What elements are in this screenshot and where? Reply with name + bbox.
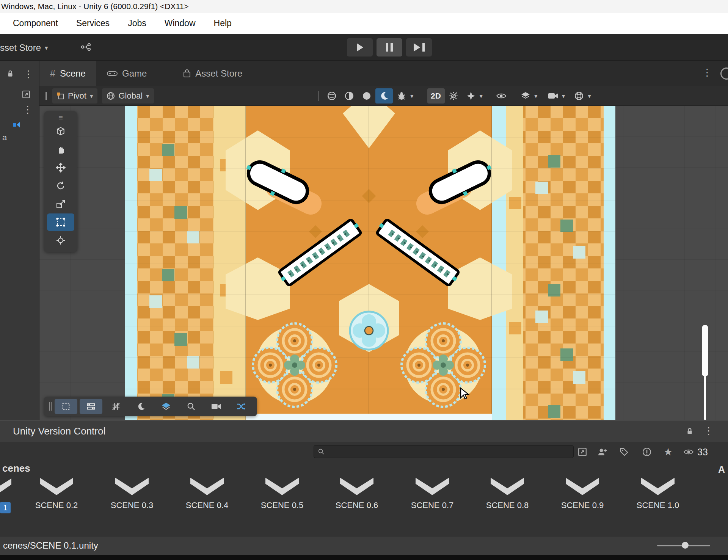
moon-icon[interactable]: [130, 399, 152, 414]
asset-item[interactable]: SCENE 0.3: [98, 475, 166, 510]
asset-label: SCENE 0.4: [173, 500, 241, 510]
panel-kebab-icon[interactable]: ⋮: [24, 69, 33, 79]
asset-label: SCENE 0.5: [248, 500, 316, 510]
left-cut-panel: ⋮ ⋮ a: [0, 61, 39, 420]
rect-select-icon[interactable]: [55, 399, 77, 414]
asset-label: SCENE 0.8: [473, 500, 541, 510]
thumbnail-zoom-knob[interactable]: [682, 542, 689, 549]
pause-button[interactable]: [377, 38, 402, 56]
grid-icon: #: [50, 68, 55, 79]
play-button[interactable]: [347, 38, 373, 56]
unity-component-icon[interactable]: [11, 120, 21, 129]
shaded-sphere-icon[interactable]: [358, 88, 375, 104]
caret-down-icon: ▾: [45, 45, 48, 51]
magnifier-icon[interactable]: [180, 399, 202, 414]
caret-down-icon[interactable]: ▾: [410, 93, 414, 99]
tab-game-label: Game: [122, 68, 147, 79]
overlay-handle-icon[interactable]: [49, 402, 52, 411]
bug-icon[interactable]: [393, 88, 410, 104]
warning-icon[interactable]: [639, 446, 654, 458]
menu-services[interactable]: Services: [76, 18, 110, 28]
asset-item[interactable]: SCENE 0.9: [548, 475, 617, 510]
sprite-panel-icon[interactable]: [80, 399, 102, 414]
search-icon: [318, 448, 325, 455]
hand-tool-icon[interactable]: [47, 141, 74, 158]
menu-help[interactable]: Help: [214, 18, 232, 28]
rect-tool-icon[interactable]: [47, 213, 74, 231]
grid-slash-icon[interactable]: [105, 399, 127, 414]
main-toolbar: sset Store ▾: [0, 34, 728, 61]
step-button[interactable]: [406, 38, 432, 56]
caret-down-icon: ▾: [146, 93, 149, 99]
tab-game[interactable]: Game: [96, 61, 157, 86]
scale-tool-icon[interactable]: [47, 195, 74, 213]
scene-vertical-scrollbar[interactable]: [702, 325, 708, 376]
fog-icon[interactable]: [340, 88, 358, 104]
mode-2d-button[interactable]: 2D: [427, 88, 445, 104]
asset-store-dropdown[interactable]: sset Store ▾: [0, 41, 51, 55]
move-tool-icon[interactable]: [47, 159, 74, 176]
global-dropdown[interactable]: Global ▾: [102, 88, 154, 104]
selected-asset-label[interactable]: 1: [0, 502, 11, 513]
eye-icon[interactable]: [681, 446, 696, 458]
shopping-bag-icon: [183, 69, 191, 78]
branch-icon[interactable]: [81, 43, 91, 51]
pivot-dropdown[interactable]: Pivot ▾: [52, 88, 97, 104]
shuffle-icon[interactable]: [230, 399, 253, 414]
scene-asset-icon: [189, 475, 225, 497]
vcs-panel-body: ★ 33 cenes 1 SCENE 0.2 SCENE 0.3 SCENE 0…: [0, 442, 728, 536]
diamond-layers-icon[interactable]: [155, 399, 177, 414]
scene-asset-icon: [564, 475, 601, 497]
scene-scrollbar-track[interactable]: [704, 376, 706, 420]
search-input[interactable]: [314, 445, 574, 458]
asset-item[interactable]: SCENE 0.8: [473, 475, 541, 510]
caret-down-icon[interactable]: ▾: [562, 93, 565, 99]
panel-kebab-icon[interactable]: ⋮: [23, 105, 33, 115]
overlay-handle-icon[interactable]: ≡: [58, 113, 63, 122]
scene-toolbar-right: ▾ 2D ▾ ▾ ▾ ▾: [314, 88, 591, 104]
scene-view-toolbar: Pivot ▾ Global ▾ ▾ 2D: [39, 86, 728, 106]
transform-tool-icon[interactable]: [47, 232, 74, 249]
crescent-icon[interactable]: [375, 88, 393, 104]
open-window-icon[interactable]: [575, 446, 590, 458]
tag-icon[interactable]: [617, 446, 632, 458]
partial-object-label: a: [2, 133, 7, 143]
layers-icon[interactable]: [517, 88, 534, 104]
camera-icon[interactable]: [544, 88, 562, 104]
account-circle-icon[interactable]: [720, 67, 728, 80]
asset-item[interactable]: SCENE 0.5: [248, 475, 316, 510]
pause-icon: [391, 43, 393, 52]
caret-down-icon[interactable]: ▾: [588, 93, 591, 99]
tab-scene[interactable]: # Scene: [39, 61, 96, 86]
lock-icon[interactable]: [7, 70, 14, 77]
asset-item[interactable]: SCENE 0.7: [398, 475, 466, 510]
asset-item[interactable]: SCENE 1.0: [624, 475, 692, 510]
lighting-icon[interactable]: [445, 88, 462, 104]
caret-down-icon[interactable]: ▾: [534, 93, 538, 99]
overlay-handle-icon[interactable]: [44, 91, 48, 101]
caret-down-icon[interactable]: ▾: [480, 93, 483, 99]
asset-item[interactable]: SCENE 0.4: [173, 475, 241, 510]
vcs-kebab-icon[interactable]: ⋮: [704, 426, 714, 436]
effects-icon[interactable]: [462, 88, 480, 104]
visibility-eye-icon[interactable]: [493, 88, 510, 104]
asset-item[interactable]: SCENE 0.2: [22, 475, 91, 510]
menu-window[interactable]: Window: [165, 18, 196, 28]
menu-component[interactable]: Component: [13, 18, 58, 28]
pivot-label: Pivot: [68, 91, 86, 101]
star-icon[interactable]: ★: [661, 446, 676, 458]
asset-item[interactable]: SCENE 0.6: [323, 475, 391, 510]
menu-jobs[interactable]: Jobs: [128, 18, 146, 28]
tab-kebab-icon[interactable]: ⋮: [702, 67, 712, 77]
lock-icon[interactable]: [686, 427, 693, 435]
dock-tab-bar: # Scene Game Asset Store ⋮: [0, 61, 728, 86]
tab-asset-store[interactable]: Asset Store: [173, 61, 253, 86]
rotate-tool-icon[interactable]: [47, 177, 74, 195]
maximize-icon[interactable]: [22, 90, 30, 99]
video-camera-icon[interactable]: [205, 399, 228, 414]
person-add-icon[interactable]: [595, 446, 610, 458]
skybox-icon[interactable]: [323, 88, 340, 104]
gizmos-globe-icon[interactable]: [570, 88, 588, 104]
scene-viewport[interactable]: ≡: [39, 106, 728, 420]
view-tool-icon[interactable]: [47, 122, 74, 140]
